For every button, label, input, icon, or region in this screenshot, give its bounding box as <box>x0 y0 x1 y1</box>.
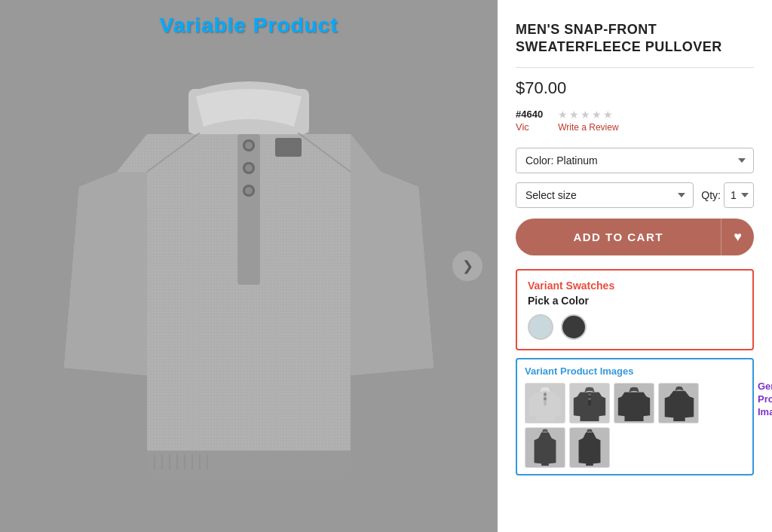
product-sku: #4640 <box>516 109 543 120</box>
add-to-cart-row: ADD TO CART ♥ <box>516 219 754 255</box>
svg-rect-4 <box>237 134 260 285</box>
product-reviews: ★ ★ ★ ★ ★ Write a Review <box>558 109 618 133</box>
star-2: ★ <box>569 109 579 121</box>
thumb-dark-front[interactable] <box>569 383 610 423</box>
swatch-platinum[interactable] <box>528 314 553 340</box>
general-images-row <box>525 427 745 468</box>
svg-point-26 <box>588 393 591 396</box>
svg-point-22 <box>544 393 547 396</box>
star-5: ★ <box>603 109 613 121</box>
product-vendor: Vic <box>516 121 543 133</box>
variant-images-section: Variant Product Images <box>516 358 754 475</box>
write-review-link[interactable]: Write a Review <box>558 122 618 133</box>
color-select-wrapper: Color: Platinum Color: Dark <box>516 148 754 173</box>
thumb-side-1[interactable] <box>525 427 565 468</box>
product-title: MEN'S SNAP-FRONT SWEATERFLEECE PULLOVER <box>516 21 754 57</box>
product-price: $70.00 <box>516 78 754 98</box>
add-to-cart-button[interactable]: ADD TO CART <box>516 219 721 255</box>
svg-point-23 <box>544 397 547 400</box>
qty-select[interactable]: 1 2 3 <box>724 182 754 208</box>
variant-images-row <box>525 383 745 423</box>
sku-vendor-block: #4640 Vic <box>516 109 543 133</box>
general-product-images-label: General Product Images <box>758 381 772 419</box>
product-meta: #4640 Vic ★ ★ ★ ★ ★ Write a Review <box>516 109 754 133</box>
product-image-area: Variable Product <box>0 0 498 532</box>
thumb-light-front[interactable] <box>525 383 565 423</box>
thumb-side-2[interactable] <box>569 427 610 468</box>
svg-rect-19 <box>275 138 302 157</box>
thumb-dark-3[interactable] <box>658 383 699 423</box>
variable-product-label: Variable Product <box>160 14 339 38</box>
variant-images-title: Variant Product Images <box>525 365 745 377</box>
title-divider <box>516 67 754 68</box>
variant-swatches-title: Variant Swatches <box>528 280 742 292</box>
svg-point-10 <box>245 187 253 194</box>
swatch-dark[interactable] <box>561 314 587 340</box>
pick-color-label: Pick a Color <box>528 295 742 307</box>
page-wrapper: Variable Product <box>0 0 772 532</box>
qty-label: Qty: <box>701 189 721 201</box>
next-image-arrow[interactable]: ❯ <box>452 251 482 281</box>
star-1: ★ <box>558 109 568 121</box>
star-3: ★ <box>581 109 590 121</box>
size-select[interactable]: Select size S M L XL <box>516 182 694 208</box>
star-rating: ★ ★ ★ ★ ★ <box>558 109 613 121</box>
wishlist-button[interactable]: ♥ <box>721 219 754 255</box>
variant-images-box: Variant Product Images <box>516 358 754 475</box>
svg-point-27 <box>588 397 591 400</box>
size-qty-row: Select size S M L XL Qty: 1 2 3 <box>516 182 754 208</box>
thumb-dark-2[interactable] <box>614 383 654 423</box>
product-info-panel: MEN'S SNAP-FRONT SWEATERFLEECE PULLOVER … <box>498 0 772 532</box>
svg-point-6 <box>245 142 253 149</box>
svg-point-8 <box>245 164 253 172</box>
main-product-image <box>49 44 449 511</box>
size-select-wrapper: Select size S M L XL <box>516 182 694 208</box>
qty-wrapper: Qty: 1 2 3 <box>701 182 754 208</box>
variant-swatches-box: Variant Swatches Pick a Color <box>516 269 754 350</box>
color-select[interactable]: Color: Platinum Color: Dark <box>516 148 754 173</box>
sweater-illustration <box>57 51 441 503</box>
swatches-row <box>528 314 742 340</box>
star-4: ★ <box>592 109 602 121</box>
